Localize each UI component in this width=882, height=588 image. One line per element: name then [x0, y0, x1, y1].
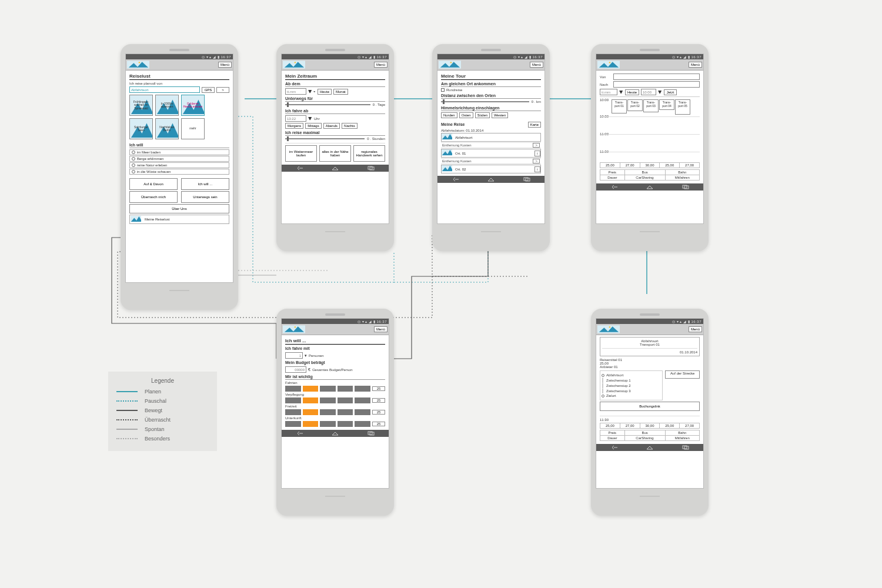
dir-nord[interactable]: Norden: [441, 112, 457, 118]
back-icon[interactable]: [295, 166, 304, 171]
app-logo: [283, 61, 305, 69]
rundreise-checkbox[interactable]: Rundreise: [441, 88, 541, 92]
persons-input[interactable]: 1: [285, 352, 303, 359]
my-reiselust-link[interactable]: Meine Reiselust: [143, 218, 170, 221]
bus-btn[interactable]: Bus: [624, 170, 665, 175]
date-input[interactable]: tt.mm: [600, 89, 617, 95]
dir-sued[interactable]: Süden: [475, 112, 490, 118]
home-icon[interactable]: [330, 166, 340, 171]
auf-davon-button[interactable]: Auf & Davon: [129, 178, 178, 190]
back-icon[interactable]: [295, 431, 304, 436]
monat-button[interactable]: Monat: [333, 89, 348, 95]
menu-button[interactable]: Menü: [374, 326, 387, 332]
hours-slider[interactable]: 0 . Stunden: [285, 137, 385, 141]
gps-button[interactable]: GPS: [202, 87, 215, 93]
tile-more[interactable]: mehr: [181, 118, 205, 139]
status-bar: ◎ ▾ ▴ ◢ ▮ 16:37: [596, 319, 703, 324]
freizeit-value[interactable]: 25: [372, 410, 385, 415]
verpflegung-value[interactable]: 25: [372, 398, 385, 403]
menu-button[interactable]: Menü: [689, 62, 702, 68]
mountain-icon: [131, 216, 141, 223]
back-icon[interactable]: [609, 185, 619, 189]
preis-btn[interactable]: Preis: [600, 170, 625, 175]
app-logo: [439, 61, 461, 69]
menu-button[interactable]: Menü: [374, 62, 387, 68]
naehe-button[interactable]: alles in der Nähe haben: [319, 145, 351, 162]
unterkunft-value[interactable]: 25: [372, 422, 385, 426]
tile-0[interactable]: Frühlingser-wachen im Spreewald: [129, 95, 153, 116]
tile-3[interactable]: Salzburger Seen: [129, 118, 153, 139]
recent-icon[interactable]: [681, 445, 690, 450]
fahrten-value[interactable]: 25: [372, 386, 385, 391]
mittags-button[interactable]: Mittags: [305, 123, 321, 129]
handwerk-button[interactable]: regionales Handwerk sehen: [353, 145, 385, 162]
jetzt-button[interactable]: Jetzt: [664, 89, 677, 95]
menu-button[interactable]: Menü: [218, 62, 232, 68]
opt-3[interactable]: in die Wüste schauen: [129, 169, 229, 175]
morgens-button[interactable]: Morgens: [285, 123, 303, 129]
mitfahren-btn[interactable]: Mitfahren: [665, 175, 700, 181]
tile-2[interactable]: Goldener Herbst erleben: [181, 95, 205, 116]
strecke-button[interactable]: Auf der Strecke: [665, 370, 700, 379]
dauer-btn[interactable]: Dauer: [600, 175, 625, 181]
heute-button[interactable]: Heute: [625, 89, 639, 95]
heute-button[interactable]: Heute: [318, 89, 332, 95]
go-button[interactable]: >: [216, 87, 229, 93]
trans-01[interactable]: Trans-port 01: [612, 99, 627, 113]
ich-will-button[interactable]: Ich will ...: [181, 178, 229, 190]
watt-button[interactable]: im Wattenmeer laufen: [285, 145, 317, 162]
recent-icon[interactable]: [366, 166, 376, 171]
opt-2[interactable]: reine Natur erleben: [129, 162, 229, 168]
home-icon[interactable]: [486, 177, 496, 182]
tile-4[interactable]: Nachtleben Berlin: [155, 118, 179, 139]
days-slider[interactable]: 0 . Tage: [285, 103, 385, 106]
carshare-btn[interactable]: CarSharing: [624, 175, 665, 181]
trans-03[interactable]: Trans-port 03: [643, 99, 659, 112]
home-icon[interactable]: [645, 445, 654, 450]
about-button[interactable]: Über Uns: [129, 204, 229, 213]
home-icon[interactable]: [645, 185, 654, 189]
back-icon[interactable]: [450, 177, 460, 182]
date-input[interactable]: tt.mm: [285, 88, 306, 95]
android-navbar: [437, 176, 544, 183]
trans-02[interactable]: Trans-port 02: [627, 99, 643, 111]
dir-west[interactable]: Westen: [492, 112, 508, 118]
app-logo: [597, 325, 620, 333]
phone-reiselust: ◎ ▾ ▴ ◢ ▮ 16:37 Menü Reiselust Ich reise…: [121, 44, 238, 310]
recent-icon[interactable]: [522, 177, 532, 182]
home-icon[interactable]: [330, 431, 340, 436]
status-bar: ◎ ▾ ▴ ◢ ▮ 16:37: [596, 54, 703, 59]
dir-ost[interactable]: Osten: [459, 112, 473, 118]
tile-1[interactable]: In 2000m aufatmen: [155, 95, 179, 116]
back-icon[interactable]: [609, 445, 619, 450]
budget-input[interactable]: 00000: [285, 366, 306, 373]
nachts-button[interactable]: Nachts: [342, 123, 358, 129]
phone-detail: ◎ ▾ ▴ ◢ ▮ 16:37 Menü Abfahrtsort Transpo…: [591, 309, 709, 516]
booking-link[interactable]: Buchungslink: [600, 402, 700, 411]
menu-button[interactable]: Menü: [530, 62, 543, 68]
price-table: 25,0027,0030,0025,0027,00: [600, 162, 700, 168]
route-item-0[interactable]: Abfahrtsort: [441, 133, 541, 142]
ueberrasch-button[interactable]: Überrasch mich: [129, 191, 178, 203]
opt-0[interactable]: im Meer baden: [129, 149, 229, 155]
recent-icon[interactable]: [366, 431, 376, 436]
to-input[interactable]: [613, 81, 700, 88]
time-input[interactable]: 10:00: [641, 89, 656, 95]
trans-04[interactable]: Trans-port 04: [659, 99, 674, 110]
map-button[interactable]: Karte: [528, 122, 541, 128]
from-input[interactable]: [613, 74, 700, 80]
important-label: Mir ist wichtig: [285, 375, 385, 380]
svg-point-3: [139, 62, 140, 63]
bahn-btn[interactable]: Bahn: [665, 170, 700, 175]
time-input[interactable]: 13:22: [285, 115, 306, 122]
trans-05[interactable]: Trans-port 05: [675, 99, 690, 115]
departure-input[interactable]: Abfahrtsort: [129, 86, 200, 93]
menu-button[interactable]: Menü: [689, 326, 702, 332]
route-item-1[interactable]: Ort. 01i: [441, 149, 541, 158]
unterwegs-button[interactable]: Unterwegs sein: [181, 191, 229, 203]
abends-button[interactable]: Abends: [323, 123, 340, 129]
opt-1[interactable]: Berge erklimmen: [129, 156, 229, 162]
route-item-2[interactable]: Ort. 02i: [441, 165, 541, 173]
recent-icon[interactable]: [681, 185, 690, 189]
distance-slider[interactable]: 0 . km: [441, 100, 541, 103]
